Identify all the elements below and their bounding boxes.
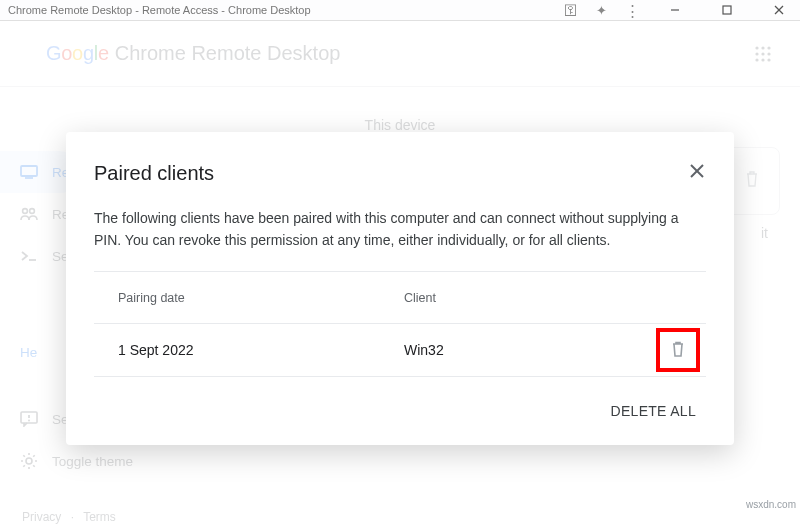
paired-clients-dialog: Paired clients The following clients hav…	[66, 132, 734, 445]
dialog-title: Paired clients	[94, 162, 214, 185]
close-icon	[688, 162, 706, 180]
cell-client: Win32	[404, 342, 650, 358]
kebab-menu-icon[interactable]: ⋮	[625, 3, 640, 18]
window-titlebar: Chrome Remote Desktop - Remote Access - …	[0, 0, 800, 21]
table-row: 1 Sept 2022 Win32	[94, 324, 706, 376]
cell-date: 1 Sept 2022	[94, 342, 404, 358]
extensions-icon[interactable]: ✦	[596, 4, 607, 17]
window-title: Chrome Remote Desktop - Remote Access - …	[8, 4, 311, 16]
window-maximize-button[interactable]	[710, 0, 744, 21]
delete-all-button[interactable]: DELETE ALL	[601, 395, 707, 427]
window-minimize-button[interactable]	[658, 0, 692, 21]
svg-rect-1	[723, 6, 731, 14]
col-header-client: Client	[404, 291, 650, 305]
dialog-description: The following clients have been paired w…	[94, 208, 706, 251]
key-icon[interactable]: ⚿	[564, 3, 578, 17]
col-header-date: Pairing date	[94, 291, 404, 305]
dialog-close-button[interactable]	[688, 160, 706, 186]
table-header: Pairing date Client	[94, 272, 706, 324]
watermark: wsxdn.com	[746, 499, 796, 510]
trash-icon	[671, 341, 685, 357]
delete-client-button[interactable]	[671, 341, 685, 360]
window-close-button[interactable]	[762, 0, 796, 21]
delete-client-highlight	[656, 328, 700, 372]
clients-table: Pairing date Client 1 Sept 2022 Win32	[94, 271, 706, 377]
